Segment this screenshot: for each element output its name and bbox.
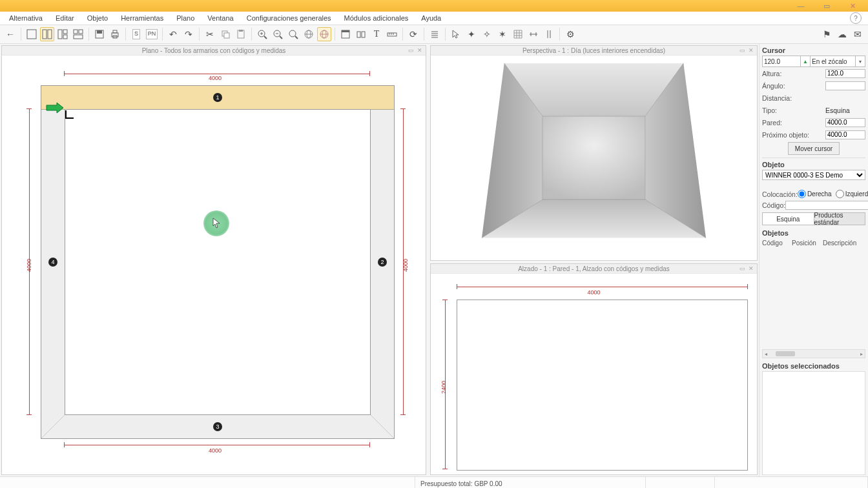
plan-frame-max-icon[interactable]: ▭ [406,46,415,54]
pn-button[interactable]: PN [145,27,159,41]
back-button[interactable]: ← [3,27,17,41]
help-icon[interactable]: ? [850,12,862,24]
zoom-fit-icon[interactable] [286,27,300,41]
main-toolbar: ← S PN ↶ ↷ ✂ T ⟳ ✦ ✧ ✶ ⚙ ⚑ ☁ ✉ [0,25,868,44]
layout-3-icon[interactable] [56,27,70,41]
cursor-up-icon[interactable]: ▲ [801,56,811,67]
svg-rect-37 [388,33,397,36]
window-close-button[interactable]: ✕ [840,0,865,12]
menu-modulos[interactable]: Módulos adicionales [338,12,415,25]
snap-3-icon[interactable]: ✶ [495,27,510,41]
cursor-next-input[interactable] [825,130,865,139]
svg-rect-8 [74,35,83,39]
zoom-in-icon[interactable] [255,27,269,41]
status-extra-2 [715,477,868,488]
plan-dim-left: 4000 [26,259,32,272]
placement-left-radio[interactable]: Izquierda [836,190,868,198]
globe-icon[interactable] [302,27,316,41]
cut-icon[interactable]: ✂ [203,27,217,41]
tab-corner[interactable]: Esquina [762,212,814,225]
menu-plano[interactable]: Plano [170,12,201,25]
cursor-position-value[interactable]: 120.0 [762,56,801,67]
layout-1-icon[interactable] [25,27,39,41]
perspective-canvas[interactable] [431,56,757,260]
object-code-input[interactable] [785,201,868,210]
persp-frame-close-icon[interactable]: ✕ [747,46,756,54]
refresh-icon[interactable]: ⟳ [406,27,420,41]
elev-frame-close-icon[interactable]: ✕ [747,264,756,272]
redo-icon[interactable]: ↷ [181,27,196,41]
elevation-canvas[interactable]: 4000 2400 [431,274,757,474]
svg-rect-0 [27,30,36,39]
status-left [0,477,415,488]
menu-editar[interactable]: Editar [49,12,81,25]
move-cursor-button[interactable]: Mover cursor [788,142,840,155]
print-icon[interactable] [108,27,122,41]
layout-4-icon[interactable] [71,27,85,41]
list-icon[interactable] [428,27,442,41]
objects-scrollbar[interactable]: ◂ ▸ [762,349,865,358]
plan-dim-top: 4000 [209,75,222,81]
cloud-icon[interactable]: ☁ [835,27,849,41]
cursor-position-field[interactable]: 120.0 ▲ En el zócalo ▾ [762,56,865,67]
layout-2-icon[interactable] [40,27,54,41]
perspective-title: Perspectiva - 1 : Día (luces interiores … [431,46,757,56]
cursor-dropdown-icon[interactable]: ▾ [856,56,865,67]
cursor-wall-input[interactable] [825,118,865,127]
elev-frame-max-icon[interactable]: ▭ [738,264,747,272]
persp-frame-max-icon[interactable]: ▭ [738,46,747,54]
s-button[interactable]: S [129,27,143,41]
ab-icon[interactable] [354,27,368,41]
settings-icon[interactable]: ⚙ [563,27,577,41]
svg-rect-58 [542,116,645,199]
selected-objects-list[interactable] [762,371,865,475]
svg-rect-36 [362,32,365,37]
guide-h-icon[interactable] [526,27,541,41]
copy-icon[interactable] [218,27,232,41]
placement-label: Colocación: [762,190,798,198]
window-maximize-button[interactable]: ▭ [814,0,840,12]
save-icon[interactable] [92,27,107,41]
placement-right-radio[interactable]: Derecha [798,190,832,198]
plan-wall-4: 4 [48,258,57,267]
cursor-angle-input[interactable] [825,81,865,90]
menu-alternativa[interactable]: Alternativa [3,12,49,25]
objects-list-header: Código Posición Descripción [762,239,865,247]
menu-config[interactable]: Configuraciones generales [240,12,338,25]
zoom-out-icon[interactable] [271,27,285,41]
scroll-right-icon[interactable]: ▸ [858,351,865,357]
side-panel: Cursor 120.0 ▲ En el zócalo ▾ Altura: Án… [759,44,868,476]
globe-active-icon[interactable] [317,27,331,41]
text-icon[interactable]: T [369,27,384,41]
plan-wall-2: 2 [378,258,387,267]
scroll-left-icon[interactable]: ◂ [763,351,769,357]
plan-frame-close-icon[interactable]: ✕ [415,46,424,54]
perspective-title-text: Perspectiva - 1 : Día (luces interiores … [522,47,665,54]
snap-1-icon[interactable]: ✦ [464,27,479,41]
undo-icon[interactable]: ↶ [166,27,180,41]
pointer-icon[interactable] [449,27,463,41]
menu-herramientas[interactable]: Herramientas [114,12,170,25]
tab-standard[interactable]: Productos estándar [814,212,866,225]
catalog-select[interactable]: WINNER 0000-3 ES Demo [762,170,865,180]
object-section-title: Objeto [762,161,865,168]
mail-icon[interactable]: ✉ [851,27,865,41]
panel-icon[interactable] [338,27,353,41]
scroll-thumb[interactable] [776,351,795,356]
plan-canvas[interactable]: 4000 4000 4000 4000 [2,56,426,474]
menu-objeto[interactable]: Objeto [81,12,114,25]
menu-ventana[interactable]: Ventana [201,12,240,25]
cursor-height-input[interactable] [825,69,865,78]
snap-2-icon[interactable]: ✧ [480,27,494,41]
status-budget: Presupuesto total: GBP 0.00 [415,477,646,488]
guide-v-icon[interactable] [542,27,556,41]
objects-col-desc: Descripción [823,239,865,247]
objects-list[interactable] [762,247,865,349]
flag-icon[interactable]: ⚑ [820,27,834,41]
measure-icon[interactable] [385,27,399,41]
cursor-position-mode[interactable]: En el zócalo [811,56,856,67]
window-minimize-button[interactable]: — [788,0,814,12]
grid-icon[interactable] [511,27,525,41]
menu-ayuda[interactable]: Ayuda [415,12,448,25]
paste-icon[interactable] [234,27,248,41]
